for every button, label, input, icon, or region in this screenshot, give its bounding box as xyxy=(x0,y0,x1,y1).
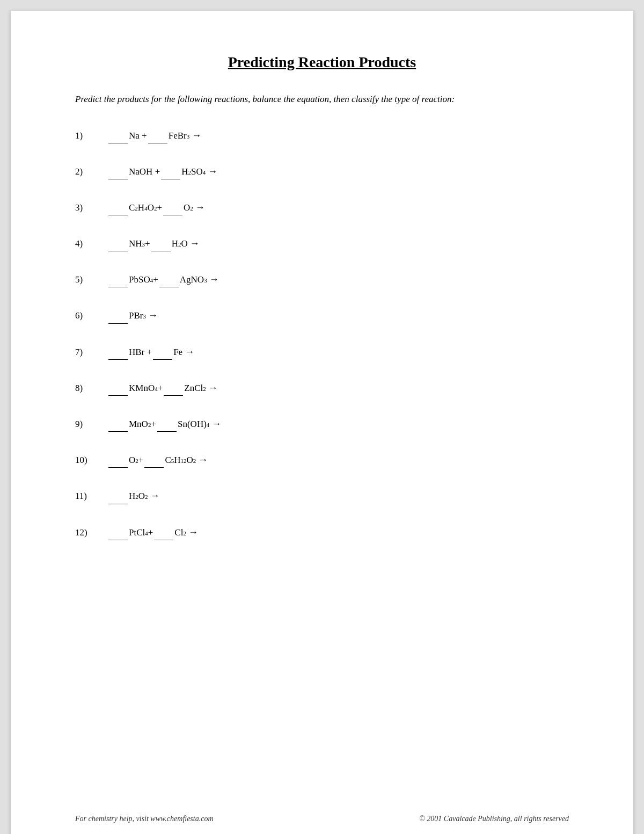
problem-12: 12) PtCl4 + Cl2 → xyxy=(75,525,569,540)
arrow-4: → xyxy=(190,236,200,251)
blank-3a xyxy=(108,200,128,215)
problem-number-11: 11) xyxy=(75,489,107,503)
problem-content-9: MnO2 + Sn(OH)4 → xyxy=(107,416,221,432)
blank-1a xyxy=(108,128,128,143)
blank-8a xyxy=(108,381,128,396)
page-title: Predicting Reaction Products xyxy=(75,54,569,71)
page-footer: For chemistry help, visit www.chemfiesta… xyxy=(75,815,569,823)
problem-number-2: 2) xyxy=(75,164,107,179)
arrow-8: → xyxy=(208,380,218,396)
problem-7: 7) HBr + Fe → xyxy=(75,344,569,360)
problem-8: 8) KMnO4 + ZnCl2 → xyxy=(75,380,569,396)
problem-content-5: PbSO4 + AgNO3 → xyxy=(107,272,219,287)
problem-content-4: NH3 + H2O → xyxy=(107,236,200,251)
problem-content-8: KMnO4 + ZnCl2 → xyxy=(107,380,218,396)
problem-content-12: PtCl4 + Cl2 → xyxy=(107,525,198,540)
problem-5: 5) PbSO4 + AgNO3 → xyxy=(75,272,569,287)
problem-number-1: 1) xyxy=(75,128,107,143)
problem-4: 4) NH3 + H2O → xyxy=(75,236,569,251)
blank-3b xyxy=(163,200,182,215)
blank-7a xyxy=(108,345,128,360)
problem-3: 3) C2H4O2 + O2 → xyxy=(75,200,569,215)
arrow-10: → xyxy=(198,452,208,468)
arrow-1: → xyxy=(192,128,201,143)
problem-1: 1) Na + FeBr3 → xyxy=(75,128,569,143)
problem-6: 6) PBr3 → xyxy=(75,308,569,323)
blank-5b xyxy=(159,272,179,287)
blank-4a xyxy=(108,236,128,251)
blank-10a xyxy=(108,453,128,468)
blank-6a xyxy=(108,308,128,323)
worksheet-page: Predicting Reaction Products Predict the… xyxy=(11,11,633,834)
blank-8b xyxy=(164,381,183,396)
problem-content-10: O2 + C5H12O2 → xyxy=(107,452,208,468)
problem-9: 9) MnO2 + Sn(OH)4 → xyxy=(75,416,569,432)
problem-number-7: 7) xyxy=(75,345,107,359)
problem-content-11: H2O2 → xyxy=(107,488,160,504)
problem-number-5: 5) xyxy=(75,272,107,287)
instructions-text: Predict the products for the following r… xyxy=(75,92,569,106)
arrow-5: → xyxy=(209,272,219,287)
problem-number-4: 4) xyxy=(75,236,107,251)
problem-content-2: NaOH + H2SO4 → xyxy=(107,164,217,179)
blank-12a xyxy=(108,525,128,540)
problem-number-9: 9) xyxy=(75,417,107,431)
arrow-9: → xyxy=(211,416,221,432)
footer-left: For chemistry help, visit www.chemfiesta… xyxy=(75,815,214,823)
problem-number-12: 12) xyxy=(75,525,107,540)
blank-12b xyxy=(154,525,173,540)
problem-2: 2) NaOH + H2SO4 → xyxy=(75,164,569,179)
blank-4b xyxy=(151,236,171,251)
problem-content-7: HBr + Fe → xyxy=(107,344,194,360)
blank-9b xyxy=(157,417,177,432)
blank-2b xyxy=(161,164,180,179)
blank-1b xyxy=(148,128,167,143)
footer-right: © 2001 Cavalcade Publishing, all rights … xyxy=(419,815,569,823)
blank-9a xyxy=(108,417,128,432)
blank-11a xyxy=(108,489,128,504)
arrow-7: → xyxy=(185,344,194,360)
problem-11: 11) H2O2 → xyxy=(75,488,569,504)
arrow-2: → xyxy=(208,164,217,179)
blank-5a xyxy=(108,272,128,287)
blank-2a xyxy=(108,164,128,179)
problem-number-10: 10) xyxy=(75,453,107,467)
arrow-6: → xyxy=(148,308,158,323)
arrow-12: → xyxy=(188,525,198,540)
problems-list: 1) Na + FeBr3 → 2) NaOH + H2SO4 → 3) xyxy=(75,128,569,540)
problem-number-6: 6) xyxy=(75,308,107,323)
blank-10b xyxy=(144,453,164,468)
blank-7b xyxy=(153,345,172,360)
arrow-3: → xyxy=(195,200,205,215)
problem-content-6: PBr3 → xyxy=(107,308,158,323)
problem-number-8: 8) xyxy=(75,381,107,395)
problem-content-1: Na + FeBr3 → xyxy=(107,128,201,143)
problem-content-3: C2H4O2 + O2 → xyxy=(107,200,205,215)
problem-10: 10) O2 + C5H12O2 → xyxy=(75,452,569,468)
problem-number-3: 3) xyxy=(75,200,107,215)
arrow-11: → xyxy=(150,488,160,504)
